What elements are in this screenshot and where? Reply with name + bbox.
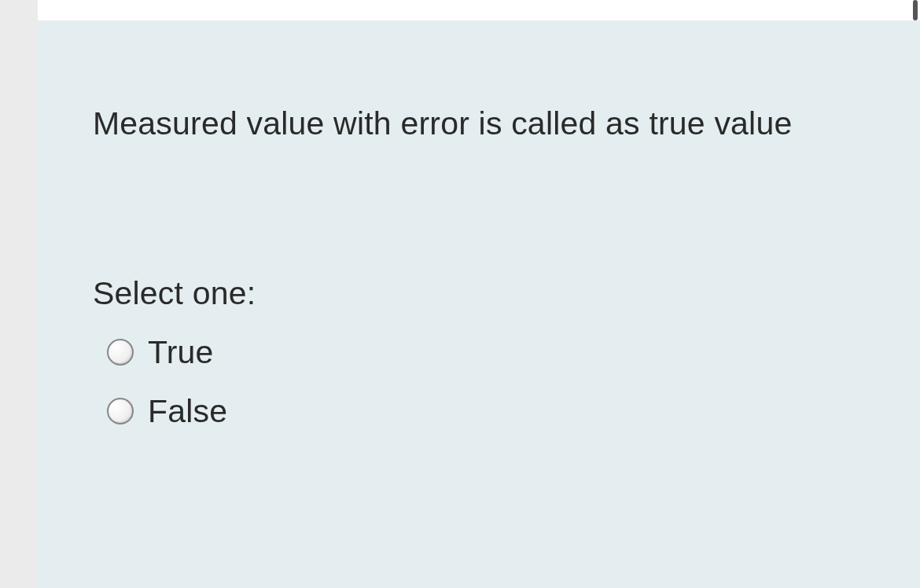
top-white-strip	[38, 0, 920, 20]
option-label-true: True	[148, 334, 214, 371]
scrollbar-indicator[interactable]	[913, 0, 918, 20]
radio-true[interactable]	[107, 339, 134, 366]
question-panel: Measured value with error is called as t…	[38, 20, 920, 588]
option-false[interactable]: False	[93, 393, 865, 430]
left-margin	[0, 0, 38, 588]
question-text: Measured value with error is called as t…	[93, 99, 865, 149]
radio-false[interactable]	[107, 398, 134, 424]
option-true[interactable]: True	[93, 334, 865, 371]
option-label-false: False	[148, 393, 227, 430]
answer-section: Select one: True False	[93, 275, 865, 430]
select-prompt: Select one:	[93, 275, 865, 312]
